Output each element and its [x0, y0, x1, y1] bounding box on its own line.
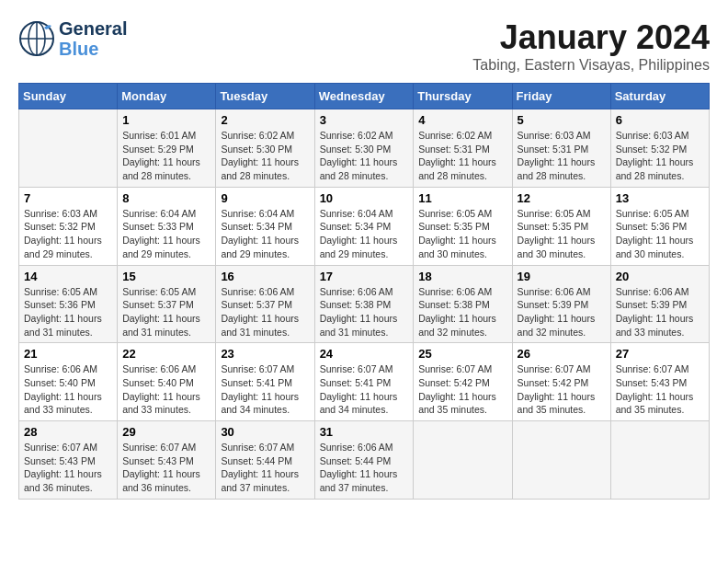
daylight-text: Daylight: 11 hours and 29 minutes.: [221, 235, 299, 259]
day-number: 4: [418, 113, 506, 127]
daylight-text: Daylight: 11 hours and 28 minutes.: [418, 156, 496, 181]
sunrise-text: Sunrise: 6:04 AM: [221, 208, 294, 219]
daylight-text: Daylight: 11 hours and 31 minutes.: [221, 313, 299, 338]
calendar-cell: 22 Sunrise: 6:06 AM Sunset: 5:40 PM Dayl…: [118, 343, 216, 421]
logo-blue: Blue: [59, 39, 127, 59]
col-thursday: Thursday: [414, 84, 512, 109]
calendar-cell: 1 Sunrise: 6:01 AM Sunset: 5:29 PM Dayli…: [118, 109, 216, 188]
daylight-text: Daylight: 11 hours and 28 minutes.: [616, 156, 694, 181]
calendar-cell: 7 Sunrise: 6:03 AM Sunset: 5:32 PM Dayli…: [19, 187, 118, 265]
day-number: 5: [518, 113, 606, 127]
day-number: 15: [122, 270, 210, 283]
sunrise-text: Sunrise: 6:07 AM: [122, 442, 196, 453]
calendar-cell: [414, 421, 512, 500]
title-area: January 2024 Tabing, Eastern Visayas, Ph…: [472, 18, 710, 74]
calendar-cell: 11 Sunrise: 6:05 AM Sunset: 5:35 PM Dayl…: [414, 187, 512, 265]
calendar-cell: 27 Sunrise: 6:07 AM Sunset: 5:43 PM Dayl…: [610, 343, 709, 421]
sunset-text: Sunset: 5:42 PM: [518, 377, 589, 388]
sunrise-text: Sunrise: 6:06 AM: [320, 442, 393, 453]
daylight-text: Daylight: 11 hours and 28 minutes.: [221, 156, 299, 181]
daylight-text: Daylight: 11 hours and 30 minutes.: [518, 235, 596, 259]
calendar-cell: 2 Sunrise: 6:02 AM Sunset: 5:30 PM Dayli…: [216, 109, 314, 188]
sunset-text: Sunset: 5:31 PM: [418, 144, 490, 155]
sunrise-text: Sunrise: 6:07 AM: [24, 442, 97, 453]
day-info: Sunrise: 6:03 AM Sunset: 5:32 PM Dayligh…: [24, 207, 112, 261]
month-title: January 2024: [472, 18, 710, 57]
day-info: Sunrise: 6:04 AM Sunset: 5:34 PM Dayligh…: [221, 207, 309, 261]
sunset-text: Sunset: 5:31 PM: [518, 144, 589, 155]
sunset-text: Sunset: 5:36 PM: [616, 221, 688, 232]
day-info: Sunrise: 6:06 AM Sunset: 5:38 PM Dayligh…: [418, 285, 506, 339]
daylight-text: Daylight: 11 hours and 37 minutes.: [320, 468, 398, 493]
day-info: Sunrise: 6:02 AM Sunset: 5:30 PM Dayligh…: [320, 129, 409, 183]
calendar-cell: 14 Sunrise: 6:05 AM Sunset: 5:36 PM Dayl…: [19, 265, 118, 343]
sunset-text: Sunset: 5:44 PM: [320, 455, 392, 466]
daylight-text: Daylight: 11 hours and 31 minutes.: [24, 313, 102, 338]
day-info: Sunrise: 6:07 AM Sunset: 5:43 PM Dayligh…: [616, 362, 704, 417]
sunrise-text: Sunrise: 6:04 AM: [122, 208, 196, 219]
daylight-text: Daylight: 11 hours and 29 minutes.: [122, 235, 200, 259]
calendar-cell: 18 Sunrise: 6:06 AM Sunset: 5:38 PM Dayl…: [414, 265, 512, 343]
sunrise-text: Sunrise: 6:04 AM: [320, 208, 393, 219]
col-sunday: Sunday: [19, 84, 118, 109]
day-info: Sunrise: 6:05 AM Sunset: 5:36 PM Dayligh…: [24, 285, 112, 339]
day-info: Sunrise: 6:05 AM Sunset: 5:35 PM Dayligh…: [518, 207, 606, 261]
day-info: Sunrise: 6:01 AM Sunset: 5:29 PM Dayligh…: [122, 129, 210, 183]
day-info: Sunrise: 6:06 AM Sunset: 5:37 PM Dayligh…: [221, 285, 309, 339]
day-info: Sunrise: 6:07 AM Sunset: 5:42 PM Dayligh…: [418, 362, 506, 417]
sunrise-text: Sunrise: 6:03 AM: [24, 208, 97, 219]
day-info: Sunrise: 6:05 AM Sunset: 5:35 PM Dayligh…: [418, 207, 506, 261]
day-info: Sunrise: 6:07 AM Sunset: 5:42 PM Dayligh…: [518, 362, 606, 417]
day-number: 20: [616, 270, 704, 283]
sunset-text: Sunset: 5:41 PM: [320, 377, 392, 388]
sunset-text: Sunset: 5:34 PM: [221, 221, 292, 232]
day-number: 30: [221, 425, 309, 439]
day-info: Sunrise: 6:02 AM Sunset: 5:30 PM Dayligh…: [221, 129, 309, 183]
calendar-cell: 21 Sunrise: 6:06 AM Sunset: 5:40 PM Dayl…: [19, 343, 118, 421]
daylight-text: Daylight: 11 hours and 35 minutes.: [518, 391, 596, 416]
day-info: Sunrise: 6:05 AM Sunset: 5:37 PM Dayligh…: [122, 285, 210, 339]
sunrise-text: Sunrise: 6:07 AM: [518, 363, 591, 374]
day-info: Sunrise: 6:06 AM Sunset: 5:38 PM Dayligh…: [320, 285, 409, 339]
sunrise-text: Sunrise: 6:06 AM: [616, 286, 689, 297]
location-title: Tabing, Eastern Visayas, Philippines: [472, 57, 710, 74]
day-number: 22: [122, 347, 210, 361]
calendar-cell: 8 Sunrise: 6:04 AM Sunset: 5:33 PM Dayli…: [118, 187, 216, 265]
sunset-text: Sunset: 5:38 PM: [418, 299, 490, 310]
col-wednesday: Wednesday: [314, 84, 414, 109]
day-info: Sunrise: 6:04 AM Sunset: 5:33 PM Dayligh…: [122, 207, 210, 261]
calendar-cell: 31 Sunrise: 6:06 AM Sunset: 5:44 PM Dayl…: [314, 421, 414, 500]
sunrise-text: Sunrise: 6:05 AM: [24, 286, 97, 297]
daylight-text: Daylight: 11 hours and 31 minutes.: [122, 313, 200, 338]
calendar-cell: 30 Sunrise: 6:07 AM Sunset: 5:44 PM Dayl…: [216, 421, 314, 500]
col-friday: Friday: [512, 84, 610, 109]
daylight-text: Daylight: 11 hours and 36 minutes.: [24, 468, 102, 493]
day-number: 23: [221, 347, 309, 361]
week-row-2: 7 Sunrise: 6:03 AM Sunset: 5:32 PM Dayli…: [19, 187, 710, 265]
sunset-text: Sunset: 5:32 PM: [24, 221, 96, 232]
day-info: Sunrise: 6:04 AM Sunset: 5:34 PM Dayligh…: [320, 207, 409, 261]
daylight-text: Daylight: 11 hours and 37 minutes.: [221, 468, 299, 493]
day-number: 10: [320, 191, 409, 205]
col-tuesday: Tuesday: [216, 84, 314, 109]
calendar-cell: 15 Sunrise: 6:05 AM Sunset: 5:37 PM Dayl…: [118, 265, 216, 343]
calendar-cell: 28 Sunrise: 6:07 AM Sunset: 5:43 PM Dayl…: [19, 421, 118, 500]
header: General Blue January 2024 Tabing, Easter…: [18, 18, 710, 74]
sunset-text: Sunset: 5:43 PM: [122, 455, 194, 466]
calendar-cell: 29 Sunrise: 6:07 AM Sunset: 5:43 PM Dayl…: [118, 421, 216, 500]
daylight-text: Daylight: 11 hours and 33 minutes.: [616, 313, 694, 338]
logo-globe-icon: [18, 20, 55, 57]
calendar-cell: 24 Sunrise: 6:07 AM Sunset: 5:41 PM Dayl…: [314, 343, 414, 421]
sunset-text: Sunset: 5:40 PM: [122, 377, 194, 388]
daylight-text: Daylight: 11 hours and 33 minutes.: [24, 391, 102, 416]
calendar-cell: 10 Sunrise: 6:04 AM Sunset: 5:34 PM Dayl…: [314, 187, 414, 265]
calendar-cell: 19 Sunrise: 6:06 AM Sunset: 5:39 PM Dayl…: [512, 265, 610, 343]
sunrise-text: Sunrise: 6:07 AM: [221, 363, 294, 374]
sunrise-text: Sunrise: 6:06 AM: [24, 363, 97, 374]
sunset-text: Sunset: 5:29 PM: [122, 144, 194, 155]
daylight-text: Daylight: 11 hours and 35 minutes.: [418, 391, 496, 416]
daylight-text: Daylight: 11 hours and 33 minutes.: [122, 391, 200, 416]
sunset-text: Sunset: 5:30 PM: [320, 144, 392, 155]
sunrise-text: Sunrise: 6:05 AM: [518, 208, 591, 219]
week-row-1: 1 Sunrise: 6:01 AM Sunset: 5:29 PM Dayli…: [19, 109, 710, 188]
